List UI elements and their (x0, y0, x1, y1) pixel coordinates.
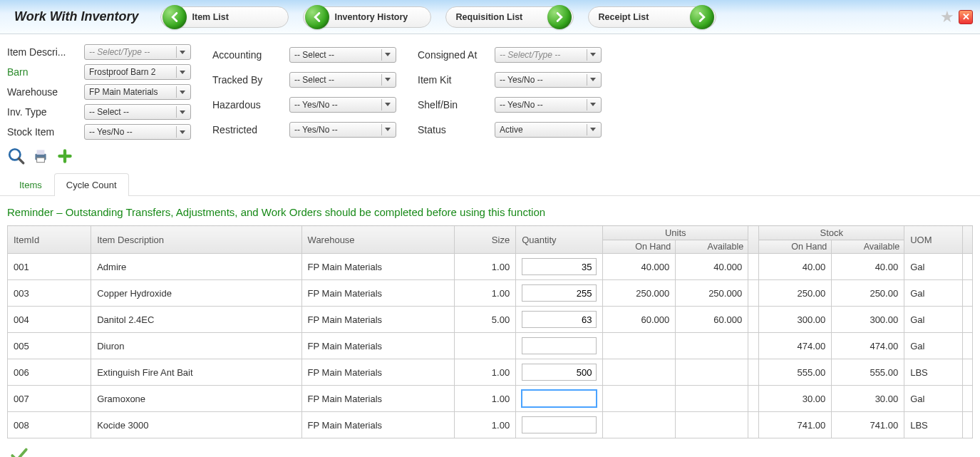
tab-cycle-count[interactable]: Cycle Count (54, 173, 129, 196)
cell-size: 1.00 (454, 412, 516, 438)
svg-line-1 (19, 158, 24, 163)
cell-units-avail (676, 359, 748, 386)
combo-status[interactable]: Active (495, 122, 602, 138)
nav-receipt-list[interactable]: Receipt List (588, 6, 716, 28)
favorite-icon[interactable]: ★ (940, 8, 954, 26)
close-button[interactable]: ✕ (959, 10, 973, 24)
col-item-id[interactable]: ItemId (8, 226, 91, 254)
quantity-input[interactable] (522, 284, 597, 302)
cell-item-id: 003 (8, 280, 91, 307)
col-stock-onhand[interactable]: On Hand (759, 240, 832, 254)
col-quantity[interactable]: Quantity (516, 226, 603, 254)
label-item-kit: Item Kit (418, 74, 489, 86)
cell-gap (748, 280, 759, 307)
label-stock-item: Stock Item (7, 126, 78, 138)
label-warehouse: Warehouse (7, 86, 78, 98)
col-warehouse[interactable]: Warehouse (301, 226, 454, 254)
nav-inventory-history[interactable]: Inventory History (303, 6, 431, 28)
cell-gap (748, 359, 759, 386)
label-tracked-by: Tracked By (212, 74, 284, 86)
cell-item-desc: Copper Hydroxide (91, 280, 301, 307)
tab-items[interactable]: Items (7, 173, 54, 196)
cell-uom: Gal (904, 280, 963, 307)
combo-hazardous[interactable]: -- Yes/No -- (289, 97, 396, 113)
table-row[interactable]: 006Extinguish Fire Ant BaitFP Main Mater… (8, 359, 973, 386)
table-row[interactable]: 005DiuronFP Main Materials474.00474.00Ga… (8, 333, 973, 359)
col-stock-avail[interactable]: Available (832, 240, 904, 254)
cell-uom: Gal (904, 307, 963, 333)
col-units-onhand[interactable]: On Hand (603, 240, 676, 254)
combo-stock-item[interactable]: -- Yes/No -- (84, 124, 191, 140)
svg-rect-6 (58, 155, 72, 158)
cell-units-avail (676, 333, 748, 359)
combo-tracked-by[interactable]: -- Select -- (289, 72, 396, 88)
cell-units-onhand: 250.000 (603, 280, 676, 307)
col-group-units[interactable]: Units (603, 226, 748, 240)
table-row[interactable]: 008Kocide 3000FP Main Materials1.00741.0… (8, 412, 973, 438)
filter-panel: Item Descri... -- Select/Type -- Barn Fr… (0, 34, 980, 143)
table-row[interactable]: 003Copper HydroxideFP Main Materials1.00… (8, 280, 973, 307)
label-consigned: Consigned At (418, 49, 489, 61)
nav-item-list[interactable]: Item List (160, 6, 289, 28)
cell-item-id: 007 (8, 386, 91, 412)
cell-scroll (962, 307, 972, 333)
combo-consigned[interactable]: -- Select/Type -- (495, 47, 602, 63)
search-icon[interactable] (7, 147, 26, 165)
combo-accounting[interactable]: -- Select -- (289, 47, 396, 63)
cell-warehouse: FP Main Materials (301, 254, 454, 280)
confirm-button[interactable] (0, 443, 980, 457)
nav-label: Item List (185, 12, 281, 22)
label-hazardous: Hazardous (212, 99, 284, 111)
quantity-input[interactable] (522, 364, 597, 381)
cell-size: 1.00 (454, 280, 516, 307)
table-row[interactable]: 007GramoxoneFP Main Materials1.0030.0030… (8, 386, 973, 412)
cell-units-onhand (603, 386, 676, 412)
table-row[interactable]: 004Danitol 2.4ECFP Main Materials5.0060.… (8, 307, 973, 333)
col-uom[interactable]: UOM (904, 226, 963, 254)
col-item-desc[interactable]: Item Description (91, 226, 301, 254)
nav-buttons: Item List Inventory History Requisition … (160, 6, 716, 28)
cell-scroll (962, 412, 972, 438)
tabs: Items Cycle Count (0, 173, 980, 196)
add-icon[interactable] (56, 147, 74, 165)
quantity-input[interactable] (522, 311, 597, 328)
filter-col-1: Item Descri... -- Select/Type -- Barn Fr… (7, 44, 191, 140)
cell-scroll (962, 280, 972, 307)
nav-requisition-list[interactable]: Requisition List (445, 6, 574, 28)
quantity-input[interactable] (522, 258, 597, 275)
cell-size: 1.00 (454, 386, 516, 412)
cell-warehouse: FP Main Materials (301, 307, 454, 333)
col-size[interactable]: Size (454, 226, 516, 254)
cell-stock-avail: 30.00 (832, 386, 904, 412)
nav-label: Requisition List (456, 12, 549, 22)
col-group-stock[interactable]: Stock (759, 226, 904, 240)
combo-restricted[interactable]: -- Yes/No -- (289, 122, 396, 138)
cell-quantity (516, 359, 603, 386)
cell-item-desc: Diuron (91, 333, 301, 359)
combo-item-kit[interactable]: -- Yes/No -- (495, 72, 602, 88)
cell-units-avail: 60.000 (676, 307, 748, 333)
cell-warehouse: FP Main Materials (301, 280, 454, 307)
combo-barn[interactable]: Frostproof Barn 2 (84, 64, 191, 80)
label-accounting: Accounting (212, 49, 284, 61)
arrow-left-icon (163, 5, 187, 29)
quantity-input[interactable] (522, 390, 597, 407)
cell-item-desc: Kocide 3000 (91, 412, 301, 438)
print-icon[interactable] (31, 147, 50, 165)
cell-quantity (516, 307, 603, 333)
quantity-input[interactable] (522, 416, 597, 433)
combo-warehouse[interactable]: FP Main Materials (84, 84, 191, 100)
combo-item-desc[interactable]: -- Select/Type -- (84, 44, 191, 60)
cell-item-desc: Extinguish Fire Ant Bait (91, 359, 301, 386)
combo-shelf[interactable]: -- Yes/No -- (495, 97, 602, 113)
cell-item-desc: Admire (91, 254, 301, 280)
table-row[interactable]: 001AdmireFP Main Materials1.0040.00040.0… (8, 254, 973, 280)
quantity-input[interactable] (522, 337, 597, 354)
cell-units-onhand: 40.000 (603, 254, 676, 280)
col-units-avail[interactable]: Available (676, 240, 748, 254)
combo-inv-type[interactable]: -- Select -- (84, 104, 191, 120)
toolbar (0, 143, 980, 173)
cell-stock-avail: 555.00 (832, 359, 904, 386)
cell-stock-onhand: 30.00 (759, 386, 832, 412)
cell-uom: LBS (904, 412, 963, 438)
